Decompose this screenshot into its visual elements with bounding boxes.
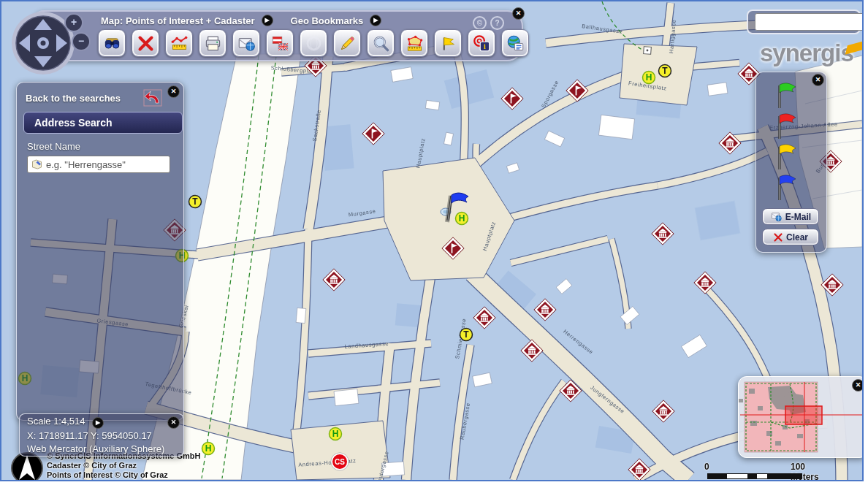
center-circle-icon	[305, 34, 323, 53]
magnifier-tool-button[interactable]	[367, 29, 395, 57]
measure-line-tool-button[interactable]	[165, 29, 193, 57]
monument-marker[interactable]	[644, 47, 652, 55]
tool-row: i	[98, 29, 529, 57]
svg-text:i: i	[484, 42, 486, 50]
address-search-header: Address Search	[23, 112, 183, 134]
stop-marker[interactable]: T	[460, 329, 473, 341]
yellow-flag-marker-button[interactable]	[772, 142, 806, 175]
svg-text:T: T	[463, 329, 469, 340]
svg-text:CS: CS	[335, 458, 345, 466]
help-icon[interactable]: ?	[490, 16, 504, 30]
street-name-label: Street Name	[27, 141, 80, 152]
svg-text:H: H	[205, 443, 212, 454]
overview-map-panel: ✕	[738, 376, 864, 458]
printer-tool-button[interactable]	[199, 29, 226, 57]
scale-bar-segments	[707, 473, 802, 479]
close-toolbar-button[interactable]: ✕	[512, 7, 525, 20]
pencil-tool-button[interactable]	[333, 29, 361, 57]
toolbar: Map: Points of Interest + Cadaster ▶ Geo…	[32, 10, 523, 61]
logo-text: synergis	[760, 39, 853, 66]
globe-legend-tool-button[interactable]	[501, 29, 529, 57]
projection-name: Web Mercator (Auxiliary Sphere)	[20, 442, 183, 455]
green-flag-icon	[772, 81, 806, 110]
stop-marker[interactable]: H	[456, 213, 468, 225]
overview-map[interactable]	[739, 377, 864, 457]
email-flags-button[interactable]: E-Mail	[762, 208, 819, 225]
red-x-icon	[137, 34, 155, 53]
stop-marker[interactable]: T	[189, 196, 202, 208]
stop-marker[interactable]: T	[659, 65, 671, 77]
back-arrow-icon[interactable]	[142, 88, 163, 110]
measure-area-icon	[406, 34, 424, 53]
credit-line: Points of Interest © City of Graz	[47, 470, 200, 480]
geo-bookmarks-menu[interactable]: Geo Bookmarks	[291, 15, 364, 26]
yellow-flag-icon	[772, 142, 806, 172]
red-flag-icon	[772, 112, 806, 141]
close-overview-button[interactable]: ✕	[852, 379, 864, 392]
copyright-icon[interactable]: ©	[473, 16, 487, 30]
measure-area-tool-button[interactable]	[400, 29, 428, 57]
back-to-searches-link[interactable]: Back to the searches	[26, 93, 121, 104]
close-address-panel-button[interactable]: ✕	[167, 85, 180, 98]
map-menu-expand-icon[interactable]: ▶	[262, 15, 273, 26]
email-globe-icon	[237, 34, 256, 53]
measure-line-icon	[170, 34, 189, 53]
svg-text:T: T	[662, 66, 668, 76]
scale-info-panel: ✕ Scale 1:4,514 ▶ X: 1718911.17 Y: 59540…	[19, 413, 184, 457]
pencil-icon	[338, 34, 357, 53]
scale-value: Scale 1:4,514	[27, 416, 85, 427]
printer-icon	[204, 34, 222, 53]
stop-marker[interactable]: H	[330, 428, 342, 440]
binoculars-tool-button[interactable]	[98, 29, 126, 57]
magnifier-icon	[372, 34, 390, 53]
svg-text:H: H	[459, 213, 465, 224]
bookmarks-expand-icon[interactable]: ▶	[370, 15, 381, 26]
geo-flags-panel: ✕ E-Mail Clear	[755, 72, 827, 253]
search-input[interactable]	[755, 13, 864, 31]
menu-row: Map: Points of Interest + Cadaster ▶ Geo…	[101, 15, 381, 26]
street-name-input[interactable]: e.g. "Herrengasse"	[27, 156, 170, 173]
green-flag-marker-button[interactable]	[772, 81, 806, 113]
email-globe-icon	[770, 211, 783, 222]
address-input-icon	[31, 159, 42, 169]
red-flag-marker-button[interactable]	[772, 112, 806, 144]
yellow-flag-tool-button[interactable]	[434, 29, 462, 57]
close-flags-panel-button[interactable]: ✕	[812, 74, 824, 86]
language-flags-tool-button[interactable]	[266, 29, 294, 57]
blue-flag-marker-button[interactable]	[772, 173, 806, 205]
zoom-in-button[interactable]: +	[64, 13, 83, 32]
scale-bar-start: 0	[704, 462, 709, 472]
binoculars-icon	[103, 34, 121, 53]
web-gis-application: SchloßbergplatzSackstraßeSporgasseBallha…	[0, 0, 868, 485]
center-circle-tool-button[interactable]	[300, 29, 327, 57]
red-x-tool-button[interactable]	[132, 29, 159, 57]
close-scale-panel-button[interactable]: ✕	[167, 416, 180, 429]
stop-marker[interactable]: H	[643, 72, 655, 84]
email-globe-tool-button[interactable]	[232, 29, 260, 57]
stop-marker[interactable]: H	[202, 443, 215, 455]
globe-legend-icon	[506, 34, 525, 53]
current-extent-rectangle[interactable]	[785, 406, 822, 424]
clear-flags-button[interactable]: Clear	[762, 229, 819, 245]
scale-bar: 0 100 Meters	[704, 462, 709, 472]
identify-info-tool-button[interactable]: i	[468, 29, 495, 57]
quick-search-box	[747, 9, 861, 34]
identify-info-icon: i	[473, 34, 491, 53]
cs-marker[interactable]: CS	[331, 453, 349, 470]
map-menu[interactable]: Map: Points of Interest + Cadaster	[101, 15, 255, 26]
mouse-coordinates: X: 1718911.17 Y: 5954050.17	[20, 429, 183, 442]
synergis-logo: synergis	[760, 39, 853, 67]
address-search-panel: ✕ Back to the searches Address Search St…	[16, 82, 184, 421]
svg-text:H: H	[646, 72, 652, 83]
clear-button-label: Clear	[786, 232, 808, 242]
blue-flag-icon	[772, 173, 806, 202]
street-input-placeholder: e.g. "Herrengasse"	[46, 159, 126, 170]
zoom-out-button[interactable]: −	[72, 32, 91, 51]
svg-text:H: H	[332, 429, 339, 439]
yellow-flag-icon	[439, 34, 457, 53]
email-button-label: E-Mail	[785, 212, 811, 222]
language-flags-icon	[271, 34, 289, 53]
credit-line: Cadaster © City of Graz	[47, 461, 200, 470]
svg-text:T: T	[192, 196, 198, 207]
scale-expand-icon[interactable]: ▶	[92, 417, 104, 429]
